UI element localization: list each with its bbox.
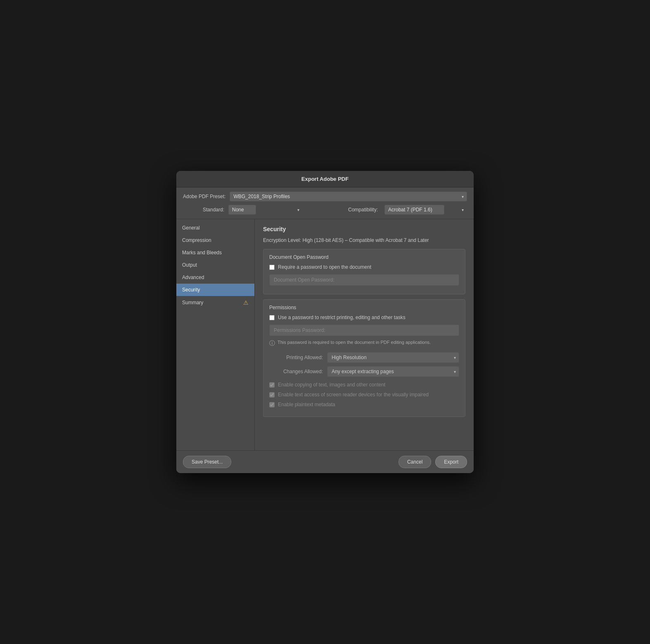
changes-allowed-label: Changes Allowed: [269, 369, 323, 374]
doc-open-password-input-row [269, 274, 459, 286]
permissions-panel: Permissions Use a password to restrict p… [263, 299, 465, 417]
require-open-password-checkbox[interactable] [269, 265, 275, 270]
sidebar-item-advanced[interactable]: Advanced [176, 271, 254, 284]
standard-select-wrapper: None ▾ [228, 205, 303, 215]
printing-allowed-row: Printing Allowed: High Resolution None L… [269, 352, 459, 363]
preset-select[interactable]: WBG_2018_Strip Profiles [230, 192, 467, 201]
enable-plaintext-label: Enable plaintext metadata [278, 402, 335, 407]
printing-allowed-select[interactable]: High Resolution None Low Resolution (150… [327, 352, 459, 363]
standard-chevron-icon: ▾ [297, 208, 299, 212]
sidebar-item-marks-bleeds[interactable]: Marks and Bleeds [176, 246, 254, 259]
compat-select-wrapper: Acrobat 7 (PDF 1.6) ▾ [384, 205, 467, 215]
require-password-row: Require a password to open the document [269, 264, 459, 270]
toolbar: Adobe PDF Preset: WBG_2018_Strip Profile… [176, 187, 474, 219]
sidebar-item-advanced-label: Advanced [182, 275, 204, 280]
compat-label: Compatibility: [348, 207, 378, 213]
bottom-right-buttons: Cancel Export [399, 456, 467, 468]
summary-warning-icon: ⚠ [243, 299, 249, 306]
sidebar-item-security-label: Security [182, 287, 200, 293]
sidebar-item-compression[interactable]: Compression [176, 234, 254, 246]
content-area: Security Encryption Level: High (128-bit… [255, 219, 474, 450]
permissions-info-row: ⓘ This password is required to open the … [269, 339, 459, 347]
enable-screen-reader-row: Enable text access of screen reader devi… [269, 392, 459, 398]
use-permissions-password-checkbox[interactable] [269, 315, 275, 320]
enable-copying-row: Enable copying of text, images and other… [269, 382, 459, 388]
preset-label: Adobe PDF Preset: [183, 194, 225, 199]
export-button[interactable]: Export [435, 456, 467, 468]
sidebar-item-summary-label: Summary [182, 300, 203, 305]
sidebar-item-compression-label: Compression [182, 237, 211, 243]
standard-select[interactable]: None [228, 205, 256, 215]
compat-select[interactable]: Acrobat 7 (PDF 1.6) [384, 205, 444, 215]
enable-screen-reader-checkbox [269, 392, 275, 398]
permissions-info-text: This password is required to open the do… [278, 339, 431, 346]
sidebar-item-output[interactable]: Output [176, 259, 254, 271]
printing-allowed-label: Printing Allowed: [269, 355, 323, 360]
sidebar-item-output-label: Output [182, 262, 197, 268]
require-open-password-label[interactable]: Require a password to open the document [278, 264, 371, 270]
cancel-button[interactable]: Cancel [399, 456, 431, 468]
sidebar-item-marks-bleeds-label: Marks and Bleeds [182, 250, 222, 256]
standard-compat-row: Standard: None ▾ Compatibility: Acrobat … [183, 205, 467, 215]
changes-allowed-row: Changes Allowed: Any except extracting p… [269, 366, 459, 377]
sidebar-item-general[interactable]: General [176, 222, 254, 234]
main-content: General Compression Marks and Bleeds Out… [176, 219, 474, 450]
info-circle-icon: ⓘ [269, 340, 275, 347]
compat-chevron-icon: ▾ [462, 208, 464, 212]
doc-open-password-input[interactable] [269, 274, 459, 286]
enable-screen-reader-label: Enable text access of screen reader devi… [278, 392, 429, 398]
doc-open-title: Document Open Password [269, 254, 459, 260]
export-pdf-dialog: Export Adobe PDF Adobe PDF Preset: WBG_2… [176, 171, 474, 473]
permissions-password-input[interactable] [269, 324, 459, 336]
sidebar-item-security[interactable]: Security [176, 284, 254, 296]
save-preset-button[interactable]: Save Preset... [183, 456, 231, 468]
sidebar: General Compression Marks and Bleeds Out… [176, 219, 255, 450]
use-password-row: Use a password to restrict printing, edi… [269, 315, 459, 320]
changes-allowed-select-wrapper: Any except extracting pages None Inserti… [327, 366, 459, 377]
dialog-title: Export Adobe PDF [301, 176, 349, 182]
enable-copying-checkbox [269, 382, 275, 388]
preset-select-wrapper: WBG_2018_Strip Profiles ▾ [230, 192, 467, 201]
enable-copying-label: Enable copying of text, images and other… [278, 382, 385, 388]
printing-allowed-select-wrapper: High Resolution None Low Resolution (150… [327, 352, 459, 363]
sidebar-item-summary[interactable]: Summary ⚠ [176, 296, 254, 309]
permissions-password-input-row [269, 324, 459, 336]
enable-plaintext-checkbox [269, 402, 275, 407]
permissions-title: Permissions [269, 305, 459, 310]
enable-plaintext-row: Enable plaintext metadata [269, 402, 459, 407]
standard-label: Standard: [183, 207, 224, 213]
section-title: Security [263, 226, 465, 232]
bottom-bar: Save Preset... Cancel Export [176, 450, 474, 473]
preset-row: Adobe PDF Preset: WBG_2018_Strip Profile… [183, 192, 467, 201]
changes-allowed-select[interactable]: Any except extracting pages None Inserti… [327, 366, 459, 377]
document-open-password-panel: Document Open Password Require a passwor… [263, 249, 465, 294]
sidebar-item-general-label: General [182, 225, 200, 231]
encryption-info: Encryption Level: High (128-bit AES) – C… [263, 237, 465, 243]
title-bar: Export Adobe PDF [176, 171, 474, 187]
use-permissions-password-label[interactable]: Use a password to restrict printing, edi… [278, 315, 406, 320]
